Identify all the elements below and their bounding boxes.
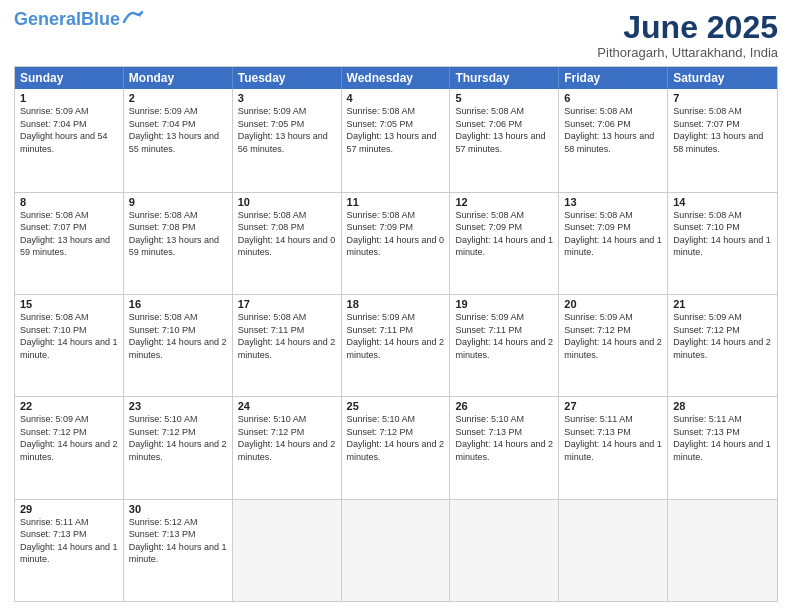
month-title: June 2025 xyxy=(597,10,778,45)
day-28: 28 Sunrise: 5:11 AMSunset: 7:13 PMDaylig… xyxy=(668,397,777,498)
day-8: 8 Sunrise: 5:08 AMSunset: 7:07 PMDayligh… xyxy=(15,193,124,294)
day-22: 22 Sunrise: 5:09 AMSunset: 7:12 PMDaylig… xyxy=(15,397,124,498)
header-tuesday: Tuesday xyxy=(233,67,342,89)
day-18: 18 Sunrise: 5:09 AMSunset: 7:11 PMDaylig… xyxy=(342,295,451,396)
day-empty-1 xyxy=(233,500,342,601)
day-30: 30 Sunrise: 5:12 AMSunset: 7:13 PMDaylig… xyxy=(124,500,233,601)
day-14: 14 Sunrise: 5:08 AMSunset: 7:10 PMDaylig… xyxy=(668,193,777,294)
header-friday: Friday xyxy=(559,67,668,89)
day-16: 16 Sunrise: 5:08 AMSunset: 7:10 PMDaylig… xyxy=(124,295,233,396)
day-6: 6 Sunrise: 5:08 AMSunset: 7:06 PMDayligh… xyxy=(559,89,668,191)
day-13: 13 Sunrise: 5:08 AMSunset: 7:09 PMDaylig… xyxy=(559,193,668,294)
logo-text: GeneralBlue xyxy=(14,10,120,28)
day-5: 5 Sunrise: 5:08 AMSunset: 7:06 PMDayligh… xyxy=(450,89,559,191)
day-19: 19 Sunrise: 5:09 AMSunset: 7:11 PMDaylig… xyxy=(450,295,559,396)
day-3: 3 Sunrise: 5:09 AMSunset: 7:05 PMDayligh… xyxy=(233,89,342,191)
week-row-4: 22 Sunrise: 5:09 AMSunset: 7:12 PMDaylig… xyxy=(15,396,777,498)
day-4: 4 Sunrise: 5:08 AMSunset: 7:05 PMDayligh… xyxy=(342,89,451,191)
week-row-5: 29 Sunrise: 5:11 AMSunset: 7:13 PMDaylig… xyxy=(15,499,777,601)
day-12: 12 Sunrise: 5:08 AMSunset: 7:09 PMDaylig… xyxy=(450,193,559,294)
day-10: 10 Sunrise: 5:08 AMSunset: 7:08 PMDaylig… xyxy=(233,193,342,294)
day-15: 15 Sunrise: 5:08 AMSunset: 7:10 PMDaylig… xyxy=(15,295,124,396)
logo-icon xyxy=(122,8,144,26)
day-25: 25 Sunrise: 5:10 AMSunset: 7:12 PMDaylig… xyxy=(342,397,451,498)
logo-general: General xyxy=(14,9,81,29)
day-2: 2 Sunrise: 5:09 AMSunset: 7:04 PMDayligh… xyxy=(124,89,233,191)
day-empty-2 xyxy=(342,500,451,601)
location-subtitle: Pithoragarh, Uttarakhand, India xyxy=(597,45,778,60)
day-17: 17 Sunrise: 5:08 AMSunset: 7:11 PMDaylig… xyxy=(233,295,342,396)
day-27: 27 Sunrise: 5:11 AMSunset: 7:13 PMDaylig… xyxy=(559,397,668,498)
day-empty-3 xyxy=(450,500,559,601)
header-thursday: Thursday xyxy=(450,67,559,89)
day-11: 11 Sunrise: 5:08 AMSunset: 7:09 PMDaylig… xyxy=(342,193,451,294)
header-saturday: Saturday xyxy=(668,67,777,89)
logo: GeneralBlue xyxy=(14,10,144,28)
day-7: 7 Sunrise: 5:08 AMSunset: 7:07 PMDayligh… xyxy=(668,89,777,191)
day-empty-5 xyxy=(668,500,777,601)
day-empty-4 xyxy=(559,500,668,601)
page: GeneralBlue June 2025 Pithoragarh, Uttar… xyxy=(0,0,792,612)
header-wednesday: Wednesday xyxy=(342,67,451,89)
header: GeneralBlue June 2025 Pithoragarh, Uttar… xyxy=(14,10,778,60)
calendar-header: Sunday Monday Tuesday Wednesday Thursday… xyxy=(15,67,777,89)
header-monday: Monday xyxy=(124,67,233,89)
logo-blue: Blue xyxy=(81,9,120,29)
day-29: 29 Sunrise: 5:11 AMSunset: 7:13 PMDaylig… xyxy=(15,500,124,601)
week-row-3: 15 Sunrise: 5:08 AMSunset: 7:10 PMDaylig… xyxy=(15,294,777,396)
day-21: 21 Sunrise: 5:09 AMSunset: 7:12 PMDaylig… xyxy=(668,295,777,396)
day-1: 1 Sunrise: 5:09 AMSunset: 7:04 PMDayligh… xyxy=(15,89,124,191)
day-26: 26 Sunrise: 5:10 AMSunset: 7:13 PMDaylig… xyxy=(450,397,559,498)
week-row-1: 1 Sunrise: 5:09 AMSunset: 7:04 PMDayligh… xyxy=(15,89,777,191)
day-20: 20 Sunrise: 5:09 AMSunset: 7:12 PMDaylig… xyxy=(559,295,668,396)
day-24: 24 Sunrise: 5:10 AMSunset: 7:12 PMDaylig… xyxy=(233,397,342,498)
calendar-body: 1 Sunrise: 5:09 AMSunset: 7:04 PMDayligh… xyxy=(15,89,777,601)
calendar: Sunday Monday Tuesday Wednesday Thursday… xyxy=(14,66,778,602)
week-row-2: 8 Sunrise: 5:08 AMSunset: 7:07 PMDayligh… xyxy=(15,192,777,294)
day-9: 9 Sunrise: 5:08 AMSunset: 7:08 PMDayligh… xyxy=(124,193,233,294)
day-23: 23 Sunrise: 5:10 AMSunset: 7:12 PMDaylig… xyxy=(124,397,233,498)
header-sunday: Sunday xyxy=(15,67,124,89)
title-area: June 2025 Pithoragarh, Uttarakhand, Indi… xyxy=(597,10,778,60)
